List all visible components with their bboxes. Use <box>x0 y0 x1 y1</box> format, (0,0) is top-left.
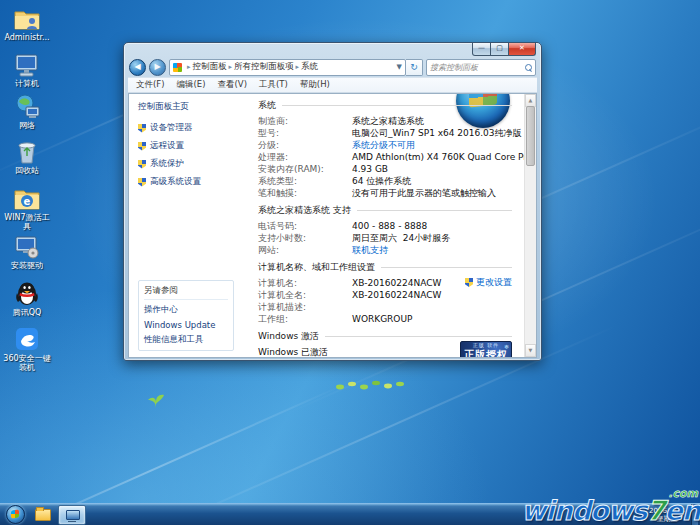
desktop-icon-driver-install[interactable]: 安装驱动 <box>2 234 52 270</box>
network-icon <box>13 94 41 120</box>
desktop-icon-administrator[interactable]: Administr... <box>2 6 52 42</box>
menu-view[interactable]: 查看(V) <box>218 79 247 91</box>
row-label: 系统类型: <box>258 175 352 187</box>
sidebar-item-advanced-settings[interactable]: 高级系统设置 <box>138 176 240 188</box>
see-also-windows-update[interactable]: Windows Update <box>144 320 228 330</box>
desktop: Administr... 计算机 网络 回收站 <box>0 0 700 525</box>
show-desktop-button[interactable] <box>691 504 698 525</box>
watermark-domain: .com <box>668 487 698 500</box>
address-bar: ◀ ▶ ▸ 控制面板 ▸ 所有控制面板项 ▸ 系统 ▼ ↻ 搜索控制面板 <box>124 57 541 77</box>
wallpaper-sprout <box>334 378 406 392</box>
uac-shield-icon <box>138 160 146 169</box>
sidebar-item-label: 设备管理器 <box>150 122 193 134</box>
explorer-folder-icon <box>35 509 51 521</box>
start-button[interactable] <box>6 505 25 524</box>
computer-icon <box>13 52 41 78</box>
menu-tools[interactable]: 工具(T) <box>259 79 288 91</box>
rating-unavailable-link[interactable]: 系统分级不可用 <box>352 139 415 151</box>
refresh-button[interactable]: ↻ <box>406 59 423 76</box>
content-scrollbar[interactable]: ▲ ▼ <box>524 94 536 357</box>
uac-shield-icon <box>465 278 473 287</box>
back-button[interactable]: ◀ <box>129 59 146 76</box>
sidebar-item-label: 系统保护 <box>150 158 184 170</box>
desktop-icon-label: 腾讯QQ <box>2 308 52 317</box>
menu-edit[interactable]: 编辑(E) <box>177 79 206 91</box>
desktop-icon-tencent-qq[interactable]: 腾讯QQ <box>2 281 52 317</box>
uac-shield-icon <box>138 124 146 133</box>
change-settings-link[interactable]: 更改设置 <box>465 276 512 289</box>
breadcrumb[interactable]: ▸ 控制面板 ▸ 所有控制面板项 ▸ 系统 ▼ <box>169 59 406 76</box>
desktop-icon-computer[interactable]: 计算机 <box>2 52 52 88</box>
row-label: 工作组: <box>258 313 352 325</box>
row-label: 笔和触摸: <box>258 187 352 199</box>
row-label: 电话号码: <box>258 220 352 232</box>
tray-weekday: 星期三 <box>649 515 685 523</box>
sidebar: 控制面板主页 设备管理器 远程设置 系统保护 高级系统设置 <box>129 94 244 357</box>
section-title: 计算机名称、域和工作组设置 <box>258 261 375 274</box>
desktop-icon-network[interactable]: 网络 <box>2 94 52 130</box>
scroll-down-arrow[interactable]: ▼ <box>525 344 536 357</box>
breadcrumb-separator: ▸ <box>187 63 191 71</box>
see-also-action-center[interactable]: 操作中心 <box>144 304 228 316</box>
close-button[interactable]: ✕ <box>508 43 536 56</box>
sidebar-item-device-manager[interactable]: 设备管理器 <box>138 122 240 134</box>
window-titlebar[interactable]: — ▢ ✕ <box>124 43 541 57</box>
model-value: 电脑公司_Win7 SP1 x64 2016.03纯净版 <box>352 127 522 139</box>
menu-help[interactable]: 帮助(H) <box>300 79 330 91</box>
row-label: 分级: <box>258 139 352 151</box>
system-window-icon <box>66 510 78 520</box>
svg-text:e: e <box>24 196 31 207</box>
desktop-icon-onekey-install[interactable]: 360安全一键装机 <box>2 327 52 372</box>
breadcrumb-dropdown-icon[interactable]: ▼ <box>397 63 402 71</box>
row-label: 网站: <box>258 244 352 256</box>
section-title: Windows 激活 <box>258 330 319 343</box>
section-title: 系统之家精选系统 支持 <box>258 204 351 217</box>
pen-touch-value: 没有可用于此显示器的笔或触控输入 <box>352 187 496 199</box>
desktop-icon-label: WIN7激活工具 <box>2 213 52 231</box>
ram-value: 4.93 GB <box>352 163 388 175</box>
section-activation: Windows 激活 Windows 已激活 产品 ID: 00426-OEM-… <box>258 330 512 357</box>
taskbar-explorer-button[interactable] <box>30 506 56 524</box>
sidebar-item-remote-settings[interactable]: 远程设置 <box>138 140 240 152</box>
online-support-link[interactable]: 联机支持 <box>352 244 388 256</box>
menu-file[interactable]: 文件(F) <box>136 79 165 91</box>
sidebar-item-label: 远程设置 <box>150 140 184 152</box>
minimize-button[interactable]: — <box>472 43 491 56</box>
desktop-icon-label: 网络 <box>2 121 52 130</box>
breadcrumb-system[interactable]: 系统 <box>301 61 318 73</box>
system-tray: 2016/2/24 星期三 <box>643 504 698 525</box>
desktop-icon-recycle-bin[interactable]: 回收站 <box>2 139 52 175</box>
search-input[interactable]: 搜索控制面板 <box>426 59 536 76</box>
phone-value: 400 - 888 - 8888 <box>352 220 427 232</box>
genuine-badge[interactable]: ❄ 正版 软件 正版授权 安全 放心 <box>460 341 512 357</box>
clock[interactable]: 2016/2/24 星期三 <box>643 507 691 523</box>
wallpaper-sprout <box>146 392 166 408</box>
desktop-icon-win7-activation-tool[interactable]: e WIN7激活工具 <box>2 186 52 231</box>
row-label: 型号: <box>258 127 352 139</box>
breadcrumb-all-items[interactable]: 所有控制面板项 <box>234 61 294 73</box>
processor-value: AMD Athlon(tm) X4 760K Quad Core Process… <box>352 151 536 163</box>
row-label: 处理器: <box>258 151 352 163</box>
qq-penguin-icon <box>13 281 41 307</box>
driver-install-icon <box>13 234 41 260</box>
activation-folder-icon: e <box>13 186 41 212</box>
breadcrumb-control-panel[interactable]: 控制面板 <box>193 61 227 73</box>
sidebar-item-system-protection[interactable]: 系统保护 <box>138 158 240 170</box>
forward-button[interactable]: ▶ <box>149 59 166 76</box>
maximize-button[interactable]: ▢ <box>491 43 508 56</box>
control-panel-icon <box>173 63 182 72</box>
onekey-install-icon <box>13 327 41 353</box>
see-also-performance-tools[interactable]: 性能信息和工具 <box>144 334 228 346</box>
row-label: 制造商: <box>258 115 352 127</box>
manufacturer-value: 系统之家精选系统 <box>352 115 424 127</box>
scrollbar-thumb[interactable] <box>526 106 535 166</box>
search-icon <box>525 64 532 71</box>
breadcrumb-separator: ▸ <box>296 63 300 71</box>
sidebar-control-panel-home[interactable]: 控制面板主页 <box>138 101 240 113</box>
workgroup-value: WORKGROUP <box>352 313 412 325</box>
desktop-icon-label: 回收站 <box>2 166 52 175</box>
taskbar-system-window-button[interactable] <box>58 505 86 525</box>
computer-name-value: XB-20160224NACW <box>352 277 441 289</box>
row-label: 计算机名: <box>258 277 352 289</box>
row-label: 支持小时数: <box>258 232 352 244</box>
